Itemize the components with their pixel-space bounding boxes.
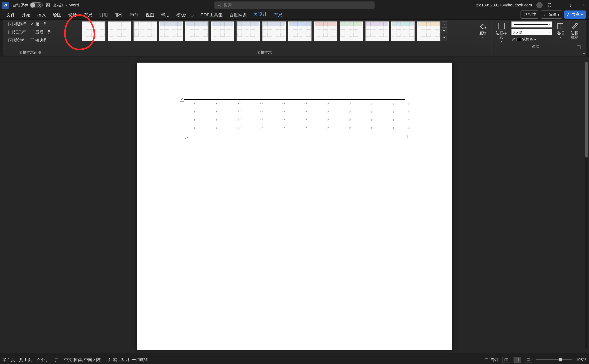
share-button[interactable]: 共享 ▾: [564, 11, 586, 19]
status-language[interactable]: 中文(简体, 中国大陆): [64, 357, 102, 363]
tab-help[interactable]: 帮助: [158, 11, 173, 19]
tab-view[interactable]: 视图: [143, 11, 157, 19]
table-style-thumb[interactable]: [262, 21, 286, 41]
zoom-slider[interactable]: [536, 359, 572, 360]
gallery-more[interactable]: ▾: [442, 35, 447, 41]
table-style-thumb[interactable]: [314, 21, 337, 41]
svg-rect-8: [557, 23, 563, 29]
status-accessibility[interactable]: 辅助功能: 一切就绪: [107, 357, 148, 363]
tab-table-layout[interactable]: 布局: [271, 11, 285, 19]
save-icon[interactable]: [45, 3, 50, 7]
table-style-thumb[interactable]: [185, 21, 209, 41]
tab-design[interactable]: 设计: [65, 11, 80, 19]
search-input[interactable]: [224, 3, 372, 7]
chevron-down-icon: ▾: [534, 37, 536, 42]
chk-last-col[interactable]: 最后一列: [30, 29, 52, 35]
border-painter-button[interactable]: 边框 框刷: [569, 21, 581, 40]
tab-draw[interactable]: 绘图: [50, 11, 65, 19]
border-styles-button[interactable]: 边框样 式 ▾: [494, 21, 509, 44]
ribbon-collapse-button[interactable]: ⌄: [582, 50, 586, 55]
table-move-handle[interactable]: ✥: [180, 97, 184, 102]
focus-mode-button[interactable]: 专注: [484, 357, 499, 363]
chk-banded-cols[interactable]: 镶边列: [30, 38, 52, 43]
table-row[interactable]: [184, 100, 405, 108]
user-email[interactable]: zlc18992091784@outlook.com: [476, 3, 532, 7]
group-table-style-options: 标题行 第一列 汇总行 最后一列 镶边行 镶边列 表格样式选项: [6, 21, 54, 55]
tab-insert[interactable]: 插入: [34, 11, 49, 19]
borders-dialog-launcher[interactable]: [577, 46, 581, 49]
minimize-button[interactable]: ─: [556, 1, 564, 9]
group-label: 表格样式: [257, 50, 272, 55]
pen-color-button[interactable]: 笔颜色 ▾: [511, 37, 552, 42]
pen-style-combo[interactable]: ▾: [511, 21, 552, 28]
chk-total-row[interactable]: 汇总行: [8, 29, 26, 35]
comments-button[interactable]: 批注: [521, 11, 539, 19]
editing-mode-button[interactable]: 编辑 ▾: [541, 11, 562, 19]
scrollbar-thumb[interactable]: [585, 62, 588, 157]
paint-bucket-icon: [479, 22, 487, 30]
borders-button[interactable]: 边框 ▾: [554, 21, 566, 39]
shading-button[interactable]: 底纹 ▾: [477, 21, 489, 39]
border-painter-label: 边框 框刷: [571, 31, 578, 39]
table-style-thumb[interactable]: [288, 21, 312, 41]
table-style-thumb[interactable]: [211, 21, 234, 41]
document-table[interactable]: [184, 99, 405, 132]
svg-point-3: [218, 4, 220, 6]
table-row[interactable]: [184, 124, 405, 132]
zoom-slider-knob[interactable]: [559, 358, 562, 361]
vertical-scrollbar[interactable]: [584, 57, 589, 353]
tab-templates[interactable]: 模板中心: [173, 11, 197, 19]
chk-header-row[interactable]: 标题行: [8, 21, 26, 27]
tab-baidu-pan[interactable]: 百度网盘: [226, 11, 250, 19]
status-page-info[interactable]: 第 1 页，共 1 页: [3, 357, 32, 363]
table-style-thumb[interactable]: [340, 21, 363, 41]
page-info-text: 第 1 页，共 1 页: [3, 357, 32, 363]
tab-references[interactable]: 引用: [96, 11, 111, 19]
svg-point-13: [109, 358, 110, 359]
status-word-count[interactable]: 0 个字: [37, 357, 49, 363]
shading-label: 底纹: [479, 31, 486, 35]
tab-file[interactable]: 文件: [3, 11, 18, 19]
tab-pdf-tools[interactable]: PDF工具集: [198, 11, 226, 19]
svg-rect-16: [506, 358, 508, 361]
zoom-value[interactable]: 108%: [576, 357, 586, 362]
tab-mailings[interactable]: 邮件: [111, 11, 126, 19]
table-style-thumb[interactable]: [391, 21, 415, 41]
chk-banded-rows[interactable]: 镶边行: [8, 38, 26, 43]
table-style-thumb[interactable]: [108, 21, 131, 41]
chevron-down-icon: ▾: [581, 12, 583, 17]
tab-layout[interactable]: 布局: [81, 11, 95, 19]
table-style-thumb[interactable]: [417, 21, 440, 41]
app-name: Word: [69, 3, 79, 7]
coming-soon-icon[interactable]: [547, 3, 552, 7]
svg-rect-20: [527, 358, 530, 360]
table-style-thumb[interactable]: [159, 21, 183, 41]
autosave-toggle[interactable]: 关: [30, 2, 43, 8]
table-style-thumb[interactable]: [133, 21, 157, 41]
view-print-layout[interactable]: [514, 357, 521, 363]
gallery-scroll-down[interactable]: ▼: [442, 28, 447, 34]
close-button[interactable]: ✕: [580, 1, 587, 9]
view-read-mode[interactable]: [503, 357, 510, 363]
tab-home[interactable]: 开始: [19, 11, 33, 19]
chk-label: 第一列: [35, 21, 47, 27]
table-style-thumb[interactable]: [82, 21, 105, 41]
chk-first-col[interactable]: 第一列: [30, 21, 52, 27]
pen-icon: [511, 37, 515, 41]
table-style-thumb[interactable]: [365, 21, 389, 41]
document-workspace: ✥ ↵ ↵ ↵ ↵ ↵: [0, 57, 589, 353]
page[interactable]: ✥ ↵ ↵ ↵ ↵ ↵: [137, 63, 452, 350]
table-row[interactable]: [184, 108, 405, 116]
table-style-thumb[interactable]: [236, 21, 260, 41]
svg-rect-14: [485, 359, 488, 361]
tab-review[interactable]: 审阅: [127, 11, 142, 19]
table-resize-handle[interactable]: [404, 135, 408, 138]
pen-weight-combo[interactable]: 0.5 磅 ▾: [511, 29, 552, 35]
avatar[interactable]: Z: [536, 2, 543, 8]
status-spellcheck[interactable]: [54, 358, 59, 362]
gallery-scroll-up[interactable]: ▲: [442, 21, 447, 28]
table-row[interactable]: [184, 116, 405, 124]
search-box[interactable]: [214, 1, 375, 9]
maximize-button[interactable]: ▢: [568, 1, 575, 9]
tab-table-design[interactable]: 表设计: [251, 10, 270, 19]
